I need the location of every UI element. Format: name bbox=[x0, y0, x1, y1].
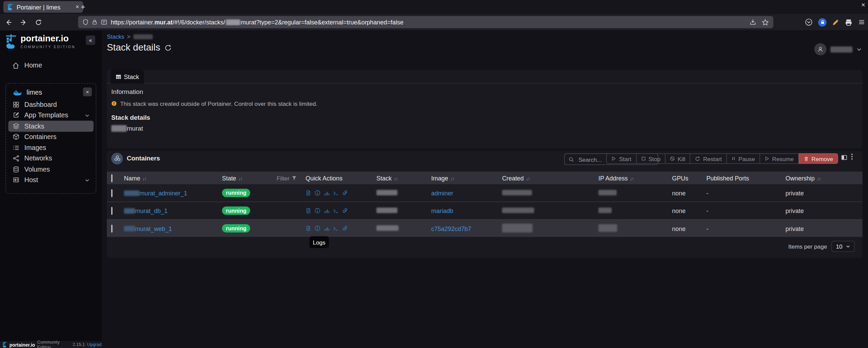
sidebar-item-networks[interactable]: Networks bbox=[8, 153, 93, 164]
container-name-link[interactable]: murat_db_1 bbox=[135, 207, 168, 214]
sidebar-item-app-templates[interactable]: App Templates bbox=[8, 110, 93, 121]
row-checkbox[interactable] bbox=[111, 207, 112, 215]
logs-icon[interactable] bbox=[306, 208, 311, 214]
docker-whale-icon bbox=[13, 89, 22, 96]
url-redaction bbox=[226, 19, 240, 25]
networks-icon bbox=[13, 155, 20, 162]
chevron-down-icon bbox=[85, 177, 90, 182]
sidebar-item-volumes[interactable]: Volumes bbox=[8, 164, 93, 175]
table-header-row: Name↓↑ State↓↑ Filter Quick Actions S bbox=[107, 172, 863, 185]
main-content: Stacks > Stack details bbox=[102, 31, 868, 348]
sidebar-collapse-button[interactable]: « bbox=[86, 35, 95, 45]
col-image[interactable]: Image↓↑ bbox=[429, 175, 500, 181]
refresh-icon[interactable] bbox=[165, 44, 172, 51]
kebab-menu-icon[interactable]: ⋮ bbox=[849, 153, 855, 160]
state-badge: running bbox=[222, 189, 250, 197]
columns-settings-icon[interactable] bbox=[841, 154, 848, 160]
resume-button[interactable]: Resume bbox=[760, 153, 798, 164]
menu-icon[interactable] bbox=[858, 19, 865, 25]
printer-icon[interactable] bbox=[845, 19, 852, 26]
table-icon bbox=[116, 74, 121, 79]
logs-icon[interactable] bbox=[306, 225, 311, 231]
window-close-button[interactable]: × bbox=[861, 1, 865, 9]
logs-icon[interactable] bbox=[306, 190, 311, 196]
browser-tab[interactable]: Portainer | limes × bbox=[3, 1, 83, 13]
image-link[interactable]: c75a292cd7b7 bbox=[431, 225, 471, 232]
exec-console-icon[interactable] bbox=[333, 208, 339, 213]
remove-button[interactable]: Remove bbox=[799, 153, 838, 164]
stats-icon[interactable] bbox=[324, 208, 329, 213]
reload-button[interactable] bbox=[32, 16, 45, 29]
restart-button[interactable]: Restart bbox=[690, 153, 727, 164]
container-actions: Start Stop Kill Restart bbox=[606, 153, 838, 164]
breadcrumb-stacks-link[interactable]: Stacks bbox=[107, 33, 124, 40]
select-all-checkbox[interactable] bbox=[111, 174, 112, 182]
save-page-icon[interactable] bbox=[750, 19, 756, 25]
images-icon bbox=[13, 144, 20, 151]
breadcrumb-redaction bbox=[133, 34, 153, 39]
start-button[interactable]: Start bbox=[606, 153, 636, 164]
sidebar-item-home[interactable]: Home bbox=[4, 60, 97, 71]
lock-icon[interactable] bbox=[92, 19, 97, 25]
warning-icon bbox=[111, 101, 117, 106]
shield-icon[interactable] bbox=[82, 19, 89, 25]
container-name-link[interactable]: murat_web_1 bbox=[135, 225, 172, 232]
footer-brand: portainer.io bbox=[9, 342, 35, 347]
site-permissions-icon[interactable] bbox=[101, 19, 108, 25]
inspect-icon[interactable] bbox=[314, 208, 321, 214]
attach-icon[interactable] bbox=[342, 225, 348, 231]
state-filter[interactable]: Filter bbox=[276, 175, 303, 181]
container-name-link[interactable]: murat_adminer_1 bbox=[139, 190, 187, 196]
col-ip-address[interactable]: IP Address↓↑ bbox=[596, 175, 670, 181]
col-created[interactable]: Created↓↑ bbox=[500, 175, 596, 181]
row-checkbox[interactable] bbox=[111, 189, 112, 197]
sidebar-item-images[interactable]: Images bbox=[8, 142, 93, 153]
stats-icon[interactable] bbox=[324, 226, 329, 231]
row-checkbox[interactable] bbox=[111, 225, 112, 232]
inspect-icon[interactable] bbox=[314, 225, 321, 231]
sidebar-item-stacks[interactable]: Stacks bbox=[8, 121, 93, 132]
stop-button[interactable]: Stop bbox=[636, 153, 666, 164]
chevron-down-icon bbox=[85, 113, 90, 118]
pause-button[interactable]: Pause bbox=[727, 153, 760, 164]
pencil-extension-icon[interactable] bbox=[832, 19, 839, 26]
home-icon bbox=[12, 62, 19, 69]
forward-button[interactable] bbox=[17, 16, 30, 29]
pocket-icon[interactable] bbox=[805, 18, 813, 26]
col-ownership[interactable]: Ownership↓↑ bbox=[783, 175, 862, 181]
items-per-page-select[interactable]: 10 bbox=[831, 241, 855, 252]
col-published-ports: Published Ports bbox=[704, 175, 783, 181]
url-text: https://portainer.mur.at/#!/6/docker/sta… bbox=[111, 19, 746, 25]
image-link[interactable]: adminer bbox=[431, 190, 453, 196]
user-menu[interactable] bbox=[814, 43, 862, 55]
attach-icon[interactable] bbox=[342, 190, 348, 196]
state-badge: running bbox=[222, 207, 250, 215]
environment-close-icon[interactable]: × bbox=[83, 88, 92, 96]
logs-tooltip: Logs bbox=[309, 236, 329, 248]
tab-stack[interactable]: Stack bbox=[111, 70, 144, 84]
inspect-icon[interactable] bbox=[314, 190, 321, 196]
attach-icon[interactable] bbox=[342, 208, 348, 214]
kill-button[interactable]: Kill bbox=[666, 153, 690, 164]
col-state[interactable]: State↓↑ Filter bbox=[220, 175, 303, 181]
stats-icon[interactable] bbox=[324, 190, 329, 196]
password-extension-icon[interactable] bbox=[818, 18, 826, 26]
exec-console-icon[interactable] bbox=[333, 226, 339, 231]
col-name[interactable]: Name↓↑ bbox=[122, 175, 220, 181]
app-templates-icon bbox=[13, 112, 20, 119]
ownership-value: private bbox=[783, 190, 862, 196]
exec-console-icon[interactable] bbox=[333, 190, 339, 196]
environment-header[interactable]: limes × bbox=[8, 86, 93, 99]
ip-redaction bbox=[598, 207, 612, 213]
sidebar-item-host[interactable]: Host bbox=[8, 175, 93, 186]
back-button[interactable] bbox=[2, 16, 15, 29]
portainer-logo[interactable]: portainer.io COMMUNITY EDITION bbox=[5, 34, 76, 50]
url-bar[interactable]: https://portainer.mur.at/#!/6/docker/sta… bbox=[78, 16, 773, 28]
col-stack[interactable]: Stack↓↑ bbox=[374, 175, 429, 181]
bookmark-star-icon[interactable] bbox=[762, 19, 769, 26]
ownership-value: private bbox=[783, 207, 862, 214]
new-tab-button[interactable]: + bbox=[78, 2, 88, 12]
sidebar-item-containers[interactable]: Containers bbox=[8, 132, 93, 142]
image-link[interactable]: mariadb bbox=[431, 207, 453, 214]
sidebar-item-dashboard[interactable]: Dashboard bbox=[8, 99, 93, 110]
